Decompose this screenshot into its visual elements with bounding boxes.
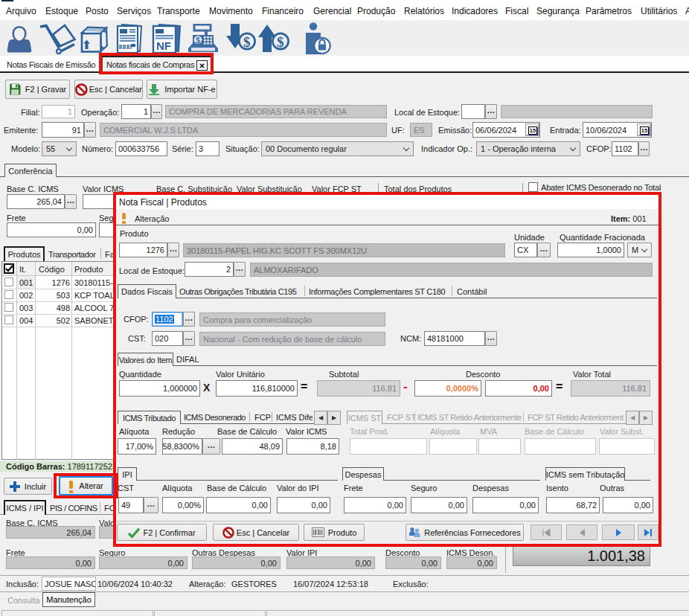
svg-text:$: $ [277,34,284,50]
svg-text:$: $ [196,36,200,45]
svg-text:NF: NF [156,39,171,52]
svg-text:$: $ [243,34,251,50]
